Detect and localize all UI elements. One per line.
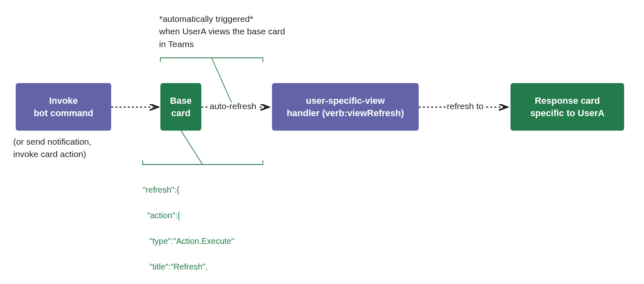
node-response-line1: Response card	[530, 95, 605, 107]
node-base-line2: card	[170, 107, 192, 119]
node-invoke-bot-command: Invoke bot command	[16, 83, 111, 131]
json-line-1: "refresh":{	[143, 184, 234, 196]
node-handler-line2: handler (verb:viewRefresh)	[287, 107, 404, 119]
caption-invoke-sub: (or send notification, invoke card actio…	[13, 136, 91, 161]
node-response-card: Response card specific to UserA	[510, 83, 624, 131]
node-base-card: Base card	[160, 83, 201, 131]
node-response-line2: specific to UserA	[530, 107, 605, 119]
edge-label-refresh-to: refresh to	[447, 101, 484, 111]
json-line-3: "type":"Action.Execute"	[143, 235, 234, 248]
node-handler-line1: user-specific-view	[287, 95, 404, 107]
node-invoke-line1: Invoke	[33, 95, 93, 107]
caption-trigger: *automatically triggered* when UserA vie…	[159, 13, 285, 50]
json-annotation: "refresh":{ "action":{ "type":"Action.Ex…	[143, 171, 234, 284]
svg-line-6	[181, 131, 203, 165]
node-base-line1: Base	[170, 95, 192, 107]
diagram-connectors	[0, 0, 644, 284]
json-line-4: "title":"Refresh",	[143, 260, 234, 273]
svg-line-5	[212, 58, 231, 103]
edge-label-auto-refresh: auto-refresh	[210, 101, 256, 111]
node-invoke-line2: bot command	[33, 107, 93, 119]
json-line-2: "action":{	[143, 209, 234, 222]
node-handler: user-specific-view handler (verb:viewRef…	[272, 83, 419, 131]
